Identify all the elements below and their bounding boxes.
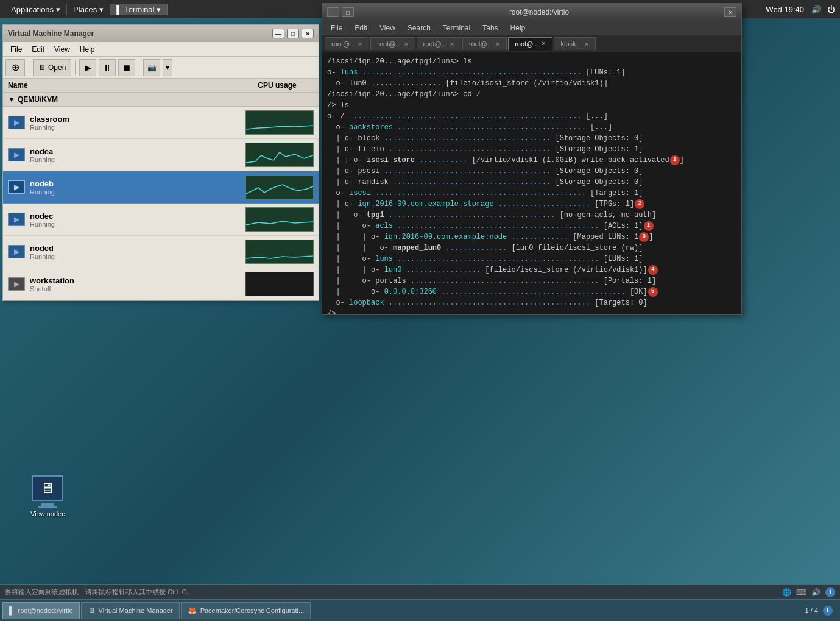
vm-status-nodea: Running [30, 156, 245, 163]
term-tab-6-close[interactable]: ✕ [584, 41, 589, 48]
term-line-20: | | o- lun0 ................. [fileio/is… [327, 264, 736, 275]
term-close-button[interactable]: ✕ [724, 7, 736, 17]
vmm-close-button[interactable]: ✕ [302, 29, 314, 38]
vmm-stop-button[interactable]: ⏹ [118, 59, 135, 76]
term-line-23: o- loopback ............................… [327, 297, 736, 308]
term-line-8: | o- block .............................… [327, 133, 736, 144]
vm-item-classroom[interactable]: ▶ classroom Running [3, 107, 319, 139]
vmm-pause-button[interactable]: ⏸ [99, 59, 116, 76]
gnome-tray: 🔊 ⏻ [811, 5, 835, 14]
taskbar-item-pacemaker[interactable]: 🦊 Pacemaker/Corosync Configurati... [181, 602, 311, 619]
page-indicator: 1 / 4 [805, 607, 818, 614]
term-tab-4-label: root@... [469, 40, 493, 48]
term-tab-1[interactable]: root@... ✕ [325, 37, 369, 50]
vm-icon-workstation: ▶ [8, 277, 25, 291]
vmm-menu-help[interactable]: Help [75, 44, 100, 55]
term-maximize-button[interactable]: □ [342, 7, 354, 17]
terminal-arrow-icon: ▾ [157, 5, 161, 14]
vm-icon-classroom: ▶ [8, 116, 25, 129]
gnome-time: Wed 19:40 [766, 5, 804, 14]
term-line-21: | o- portals ...........................… [327, 275, 736, 286]
term-tab-6[interactable]: kiosk... ✕ [554, 37, 595, 50]
vm-name-nodeb: nodeb [30, 179, 245, 188]
vm-item-nodeb[interactable]: ▶ nodeb Running [3, 171, 319, 204]
terminal-label: Terminal [124, 5, 154, 14]
vm-name-noded: noded [30, 244, 245, 253]
vmm-run-button[interactable]: ▶ [79, 59, 96, 76]
term-line-11: | o- pscsi .............................… [327, 166, 736, 177]
desktop-area: Applications ▾ Places ▾ ▌ Terminal ▾ Wed… [0, 0, 840, 584]
term-tab-3-close[interactable]: ✕ [450, 41, 454, 48]
terminal-titlebar: — □ root@noded:/virtio ✕ [322, 4, 741, 21]
vm-info-classroom: classroom Running [30, 115, 245, 131]
places-arrow-icon: ▾ [99, 5, 104, 14]
terminal-taskbar-icon: ▌ [9, 606, 15, 615]
vmm-menu-file[interactable]: File [5, 44, 27, 55]
term-menu-view[interactable]: View [373, 23, 401, 34]
vmm-group-header[interactable]: ▼ QEMU/KVM [3, 93, 319, 107]
term-tab-6-label: kiosk... [560, 40, 581, 48]
vm-item-nodea[interactable]: ▶ nodea Running [3, 139, 319, 171]
vm-status-nodeb: Running [30, 188, 245, 196]
term-tab-5[interactable]: root@... ✕ [508, 37, 552, 51]
info-badge: ℹ [825, 587, 835, 597]
term-menu-edit[interactable]: Edit [348, 23, 373, 34]
vmm-menu-edit[interactable]: Edit [27, 44, 49, 55]
vm-status-nodec: Running [30, 221, 245, 228]
term-tab-2-close[interactable]: ✕ [404, 41, 409, 48]
term-tab-5-label: root@... [515, 40, 538, 48]
taskbar-item-terminal[interactable]: ▌ root@noded:/virtio [2, 602, 80, 619]
viewnodec-base [38, 506, 57, 508]
gnome-places-menu[interactable]: Places ▾ [67, 4, 110, 15]
firefox-taskbar-icon: 🦊 [188, 606, 197, 615]
gnome-applications-menu[interactable]: Applications ▾ [5, 4, 67, 15]
monitor-icon: 🖥 [38, 63, 46, 72]
term-tab-3[interactable]: root@... ✕ [417, 37, 461, 50]
vmm-controls: — □ ✕ [272, 29, 314, 38]
vmm-titlebar: Virtual Machine Manager — □ ✕ [3, 25, 319, 42]
vmm-new-button[interactable]: ⊕ [5, 59, 25, 76]
term-line-14: | o- iqn.2016-09.com.example.storage ...… [327, 199, 736, 210]
term-minimize-button[interactable]: — [327, 7, 339, 17]
vm-chart-workstation [245, 272, 314, 296]
group-label: QEMU/KVM [18, 95, 58, 104]
apps-arrow-icon: ▾ [56, 5, 60, 14]
gnome-terminal-menu[interactable]: ▌ Terminal ▾ [110, 4, 168, 15]
term-tab-5-close[interactable]: ✕ [541, 40, 546, 47]
term-menu-help[interactable]: Help [504, 23, 532, 34]
taskbar-item-vmm[interactable]: 🖥 Virtual Machine Manager [81, 602, 180, 619]
term-line-16: | o- acls ..............................… [327, 221, 736, 232]
vm-name-nodea: nodea [30, 147, 245, 156]
term-menu-file[interactable]: File [325, 23, 348, 34]
vm-info-noded: noded Running [30, 244, 245, 260]
vmm-minimize-button[interactable]: — [272, 29, 284, 38]
terminal-content[interactable]: /iscsi/iqn.20...age/tpg1/luns> ls o- lun… [322, 52, 741, 314]
vmm-menu-view[interactable]: View [49, 44, 75, 55]
term-tab-4-close[interactable]: ✕ [495, 41, 500, 48]
term-tab-1-close[interactable]: ✕ [358, 41, 362, 48]
term-line-13: o- iscsi ...............................… [327, 188, 736, 199]
term-line-6: o- / ...................................… [327, 111, 736, 122]
vm-item-noded[interactable]: ▶ noded Running [3, 236, 319, 268]
vmm-more-button[interactable]: ▾ [163, 59, 172, 76]
vm-info-workstation: workstation Shutoff [30, 276, 245, 293]
term-tab-2[interactable]: root@... ✕ [370, 37, 415, 50]
term-line-2: o- luns ................................… [327, 67, 736, 78]
vmm-snap-button[interactable]: 📷 [143, 59, 160, 76]
vmm-open-button[interactable]: 🖥 Open [33, 59, 71, 76]
term-menu-tabs[interactable]: Tabs [476, 23, 504, 34]
volume-icon[interactable]: 🔊 [811, 5, 821, 14]
power-icon[interactable]: ⏻ [827, 5, 835, 14]
vmm-maximize-button[interactable]: □ [287, 29, 299, 38]
vmm-taskbar-icon: 🖥 [88, 606, 95, 615]
taskbar: ▌ root@noded:/virtio 🖥 Virtual Machine M… [0, 599, 840, 621]
term-menu-search[interactable]: Search [401, 23, 437, 34]
vm-chart-nodea [245, 143, 314, 167]
vm-item-workstation[interactable]: ▶ workstation Shutoff [3, 268, 319, 300]
term-tab-4[interactable]: root@... ✕ [462, 37, 507, 50]
viewnodec-desktop-icon[interactable]: 🖥 View nodec [30, 475, 65, 517]
vm-item-nodec[interactable]: ▶ nodec Running [3, 204, 319, 236]
term-menu-terminal[interactable]: Terminal [437, 23, 476, 34]
viewnodec-label: View nodec [30, 510, 65, 517]
monitor-icon-large: 🖥 [32, 475, 63, 501]
